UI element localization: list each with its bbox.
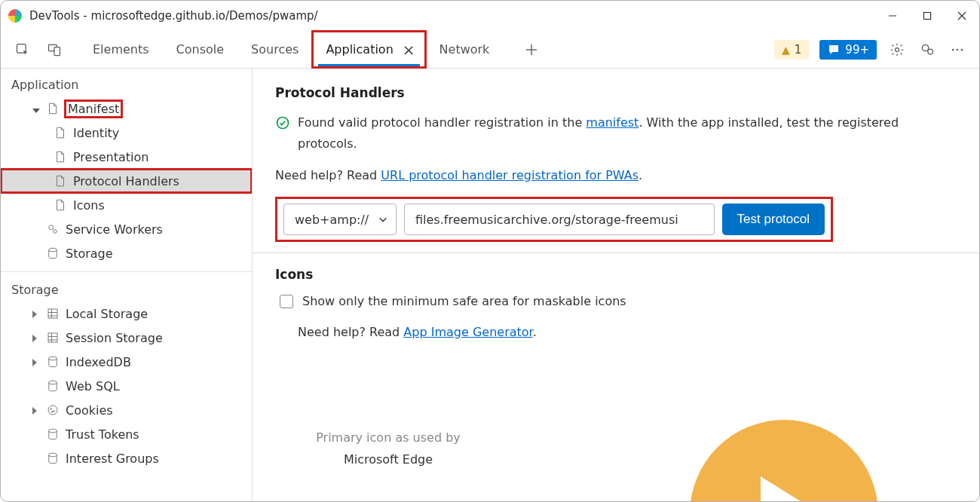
cookie-icon (46, 403, 60, 417)
svg-rect-0 (924, 13, 931, 20)
devtools-app-icon (8, 9, 22, 23)
svg-point-23 (277, 118, 289, 129)
caret-right-icon[interactable] (32, 403, 40, 418)
sidebar-section-application: Application (1, 73, 252, 96)
database-icon (46, 451, 60, 465)
caret-down-icon[interactable] (32, 102, 40, 116)
chat-icon (827, 43, 841, 57)
new-tab-button[interactable] (518, 36, 545, 63)
sidebar-item-session-storage[interactable]: Session Storage (1, 326, 252, 350)
protocol-test-row: web+amp:// files.freemusicarchive.org/st… (275, 197, 833, 242)
protocol-url-input[interactable]: files.freemusicarchive.org/storage-freem… (404, 204, 715, 235)
help-text-icons: Need help? Read App Image Generator. (298, 322, 957, 343)
svg-point-6 (928, 49, 933, 54)
test-protocol-button[interactable]: Test protocol (722, 204, 825, 235)
minimize-button[interactable] (875, 1, 910, 31)
caret-right-icon[interactable] (32, 331, 40, 345)
protocol-select[interactable]: web+amp:// (283, 204, 397, 235)
sidebar-item-icons[interactable]: Icons (1, 193, 252, 217)
database-icon (46, 427, 60, 441)
sidebar-item-storage[interactable]: Storage (1, 241, 252, 265)
file-icon (54, 150, 67, 164)
sidebar-item-service-workers[interactable]: Service Workers (1, 217, 252, 241)
inspect-element-icon[interactable] (10, 37, 35, 63)
icons-heading: Icons (275, 267, 957, 282)
messages-badge[interactable]: 99+ (819, 40, 877, 60)
file-icon (54, 174, 67, 188)
sidebar-section-storage: Storage (1, 278, 252, 302)
tab-console[interactable]: Console (163, 31, 238, 68)
svg-point-4 (896, 47, 899, 51)
manifest-link[interactable]: manifest (586, 115, 639, 130)
caret-right-icon[interactable] (32, 355, 40, 369)
close-tab-icon[interactable]: × (403, 42, 415, 57)
sidebar-item-interest-groups[interactable]: Interest Groups (1, 446, 252, 470)
device-toggle-icon[interactable] (41, 37, 67, 63)
help-text-proto: Need help? Read URL protocol handler reg… (275, 165, 957, 186)
maximize-button[interactable] (910, 1, 945, 31)
database-icon (46, 246, 60, 260)
sidebar-item-manifest[interactable]: Manifest (1, 96, 252, 121)
check-circle-icon (275, 115, 290, 130)
icons-help-link[interactable]: App Image Generator (403, 325, 532, 339)
sidebar-item-web-sql[interactable]: Web SQL (1, 374, 252, 398)
svg-rect-13 (48, 309, 57, 318)
primary-icon-caption: Primary icon as used by Microsoft Edge (290, 430, 486, 467)
database-icon (46, 379, 60, 393)
sidebar-item-presentation[interactable]: Presentation (1, 145, 252, 169)
chevron-down-icon (378, 214, 388, 225)
main-panel: Protocol Handlers Found valid protocol h… (253, 69, 979, 501)
svg-point-8 (957, 48, 959, 51)
svg-point-19 (54, 411, 55, 412)
window-title: DevTools - microsoftedge.github.io/Demos… (29, 9, 318, 23)
svg-point-22 (49, 453, 57, 457)
file-icon (54, 126, 67, 139)
svg-rect-14 (48, 333, 57, 342)
svg-point-21 (49, 429, 57, 433)
sidebar-item-indexeddb[interactable]: IndexedDB (1, 350, 252, 374)
more-icon[interactable] (948, 40, 967, 60)
sidebar-item-protocol-handlers[interactable]: Protocol Handlers (1, 169, 252, 193)
tab-sources[interactable]: Sources (237, 31, 312, 68)
proto-help-link[interactable]: URL protocol handler registration for PW… (381, 168, 639, 182)
close-window-button[interactable] (945, 1, 979, 31)
maskable-label: Show only the minimum safe area for mask… (302, 294, 626, 308)
gears-icon (46, 222, 60, 236)
maskable-checkbox[interactable] (280, 295, 293, 308)
grid-icon (46, 307, 60, 320)
grid-icon (46, 331, 60, 344)
tab-network[interactable]: Network (426, 31, 504, 68)
tab-application[interactable]: Application × (312, 31, 425, 68)
svg-rect-3 (54, 47, 60, 55)
svg-point-11 (54, 230, 57, 234)
svg-point-18 (51, 409, 52, 410)
sidebar-item-identity[interactable]: Identity (1, 121, 252, 145)
svg-point-20 (52, 412, 54, 413)
valid-registration-text: Found valid protocol handler registratio… (298, 112, 957, 155)
sidebar-item-local-storage[interactable]: Local Storage (1, 302, 252, 326)
file-icon (54, 198, 67, 212)
svg-point-12 (49, 248, 57, 252)
svg-point-17 (48, 406, 57, 415)
svg-point-7 (952, 48, 954, 51)
file-icon (46, 102, 60, 115)
settings-gear-icon[interactable] (887, 40, 907, 60)
tab-elements[interactable]: Elements (79, 31, 163, 68)
svg-point-9 (961, 48, 963, 51)
caret-right-icon[interactable] (32, 307, 40, 321)
sidebar-item-cookies[interactable]: Cookies (1, 398, 252, 422)
feedback-icon[interactable] (917, 40, 937, 60)
warning-icon: ▲ (782, 44, 790, 56)
svg-point-5 (922, 44, 928, 51)
protocol-handlers-heading: Protocol Handlers (275, 85, 957, 100)
svg-point-16 (49, 381, 57, 384)
svg-point-15 (49, 357, 57, 360)
issues-badge[interactable]: ▲ 1 (774, 40, 809, 60)
sidebar-item-trust-tokens[interactable]: Trust Tokens (1, 422, 252, 446)
database-icon (46, 355, 60, 369)
svg-point-10 (49, 225, 54, 230)
